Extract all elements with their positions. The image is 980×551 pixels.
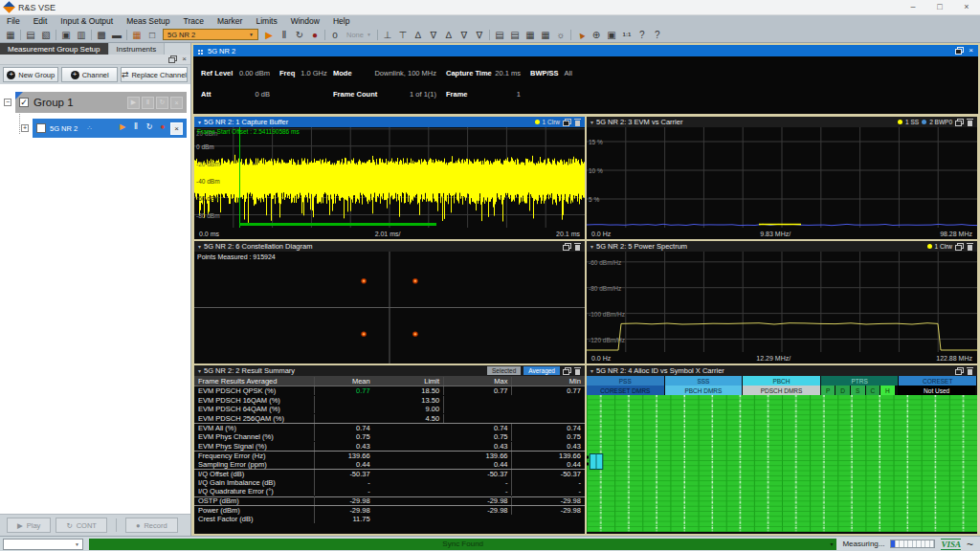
continuous-button[interactable]: ↻ (292, 28, 307, 42)
result-config-icon[interactable]: ▦ (523, 28, 538, 42)
float-panel-icon[interactable] (563, 243, 571, 251)
panel-menu-icon[interactable]: ▾ (590, 119, 593, 125)
constellation-plot-area[interactable]: Points Measured : 915924 (194, 252, 585, 364)
next-peak-icon[interactable]: ∆ (441, 28, 457, 42)
play-button[interactable]: ▶ (261, 28, 277, 42)
expand-channel-icon[interactable]: + (21, 124, 29, 132)
play-button[interactable]: ▶Play (7, 518, 51, 533)
channel-button[interactable]: +Channel (61, 67, 117, 82)
chevron-down-icon[interactable]: ▾ (830, 540, 833, 547)
status-dropdown[interactable]: ▼ (3, 539, 83, 550)
float-panel-icon[interactable] (563, 367, 571, 375)
float-panel-icon[interactable] (955, 243, 964, 251)
menu-item-marker[interactable]: Marker (211, 16, 249, 26)
zoom-selection-icon[interactable]: ⊕ (589, 28, 604, 42)
new-group-button[interactable]: +New Group (3, 67, 58, 82)
menu-item-meas-setup[interactable]: Meas Setup (120, 16, 176, 26)
panel-menu-icon[interactable]: ▾ (198, 243, 201, 250)
panel-alloc_id[interactable]: ▾5G NR 2: 4 Alloc ID vs Symbol X Carrier… (587, 365, 977, 534)
panel-capture_buffer[interactable]: ▾5G NR 2: 1 Capture Buffer1 Clrw20 dBm0 … (194, 117, 585, 239)
menu-item-help[interactable]: Help (326, 16, 356, 26)
channel-selector[interactable]: 5G NR 2▼ (163, 29, 258, 40)
group-continuous-icon[interactable]: ↻ (156, 97, 168, 109)
trace-label[interactable]: 1 Clrw (543, 119, 560, 125)
panel-titlebar-evm_vs_carrier[interactable]: ▾5G NR 2: 3 EVM vs Carrier1 SS2 BWP0 (587, 117, 977, 127)
channel-close-icon[interactable]: × (170, 122, 183, 135)
delete-panel-icon[interactable] (574, 243, 581, 251)
marker-icon[interactable]: ⊥ (380, 28, 395, 42)
marker-to-peak-icon[interactable]: ∆ (411, 28, 426, 42)
panel-evm_vs_carrier[interactable]: ▾5G NR 2: 3 EVM vs Carrier1 SS2 BWP015 %… (587, 117, 977, 239)
marker-table-icon[interactable]: ▤ (492, 28, 507, 42)
group-pause-icon[interactable]: Ⅱ (142, 97, 154, 109)
tab-selected[interactable]: Selected (487, 366, 521, 375)
group-row[interactable]: ✓ Group 1 ▶ Ⅱ ↻ × (15, 92, 187, 113)
panel-menu-icon[interactable]: ▾ (198, 119, 201, 125)
minimize-button[interactable]: – (900, 0, 926, 14)
printer-icon[interactable]: ▩ (94, 28, 109, 42)
panel-titlebar-alloc_id[interactable]: ▾5G NR 2: 4 Alloc ID vs Symbol X Carrier (587, 365, 977, 376)
new-display-icon[interactable]: □ (145, 28, 160, 42)
channel-continuous-icon[interactable]: ↻ (144, 122, 155, 135)
next-min-icon[interactable]: ∇ (457, 28, 472, 42)
trace-config-icon[interactable]: ▦ (538, 28, 553, 42)
channel-pause-icon[interactable]: Ⅱ (130, 122, 142, 135)
channel-row[interactable]: ✓ 5G NR 2 ∴ ▶ Ⅱ ↻ ● × (33, 119, 187, 138)
record-button[interactable]: ●Record (125, 518, 178, 533)
delete-panel-icon[interactable] (967, 367, 973, 375)
panel-menu-icon[interactable]: ▾ (590, 367, 593, 374)
menu-item-input-output[interactable]: Input & Output (54, 16, 120, 26)
save-icon[interactable]: ▤ (23, 28, 38, 42)
tab-averaged[interactable]: Averaged (523, 366, 560, 375)
menu-item-file[interactable]: File (0, 16, 27, 26)
hardcopy-icon[interactable]: ▬ (109, 28, 124, 42)
help-icon[interactable]: ? (650, 28, 665, 42)
evm_vs_carrier-plot-area[interactable]: 15 %10 %5 %0.0 Hz9.83 MHz/98.28 MHz (587, 127, 977, 239)
save-report-icon[interactable]: ▣ (58, 28, 74, 42)
collapse-group-icon[interactable]: − (4, 99, 11, 106)
panel-titlebar-constellation[interactable]: ▾5G NR 2: 6 Constellation Diagram (194, 241, 585, 252)
panel-power_spectrum[interactable]: ▾5G NR 2: 5 Power Spectrum1 Clrw-60 dBm/… (587, 241, 977, 364)
maximize-button[interactable]: □ (926, 0, 953, 14)
panel-titlebar-result_summary[interactable]: ▾5G NR 2: 2 Result SummarySelectedAverag… (194, 365, 585, 376)
cont-button[interactable]: ↻CONT (56, 518, 107, 533)
delete-panel-icon[interactable] (574, 367, 581, 375)
float-panel-icon[interactable] (955, 119, 964, 126)
power_spectrum-plot-area[interactable]: -60 dBm/Hz-80 dBm/Hz-100 dBm/Hz-120 dBm/… (587, 252, 977, 364)
delete-panel-icon[interactable] (967, 119, 973, 126)
print-report-icon[interactable]: ▥ (74, 28, 89, 42)
settings-gear-icon[interactable]: ☼ (553, 28, 568, 42)
tab-instruments[interactable]: Instruments (109, 43, 166, 55)
menu-item-window[interactable]: Window (284, 16, 326, 26)
channel-play-icon[interactable]: ▶ (117, 122, 128, 135)
panel-result_summary[interactable]: ▾5G NR 2: 2 Result SummarySelectedAverag… (194, 365, 585, 534)
channel-window-titlebar[interactable]: 5G NR 2 × (193, 45, 978, 56)
multi-zoom-icon[interactable]: ▣ (604, 28, 619, 42)
trace-label[interactable]: 1 SS (905, 119, 919, 125)
panel-menu-icon[interactable]: ▾ (198, 367, 201, 374)
panel-titlebar-capture_buffer[interactable]: ▾5G NR 2: 1 Capture Buffer1 Clrw (194, 117, 585, 127)
panel-constellation[interactable]: ▾5G NR 2: 6 Constellation DiagramPoints … (194, 241, 585, 364)
pause-button[interactable]: Ⅱ (277, 28, 292, 42)
alloc-grid[interactable] (587, 395, 977, 532)
smartgrid-icon[interactable]: ▦ (129, 28, 145, 42)
panel-menu-icon[interactable]: ▾ (590, 243, 593, 250)
replace-channel-button[interactable]: ⇄Replace Channel (121, 67, 188, 82)
channel-checkbox[interactable]: ✓ (36, 123, 46, 133)
menu-item-trace[interactable]: Trace (177, 16, 211, 26)
tab-measurement-group-setup[interactable]: Measurement Group Setup (0, 43, 109, 55)
close-button[interactable]: × (953, 0, 980, 14)
capture_buffer-plot-area[interactable]: 20 dBm0 dBm-20 dBm-40 dBm-60 dBm-80 dBmF… (194, 127, 585, 239)
menu-item-edit[interactable]: Edit (27, 16, 55, 26)
marker-selector[interactable]: None▼ (343, 29, 375, 40)
all-markers-off-icon[interactable]: ∇ (472, 28, 487, 42)
float-dock-icon[interactable] (168, 55, 177, 63)
delta-marker-icon[interactable]: ⊤ (395, 28, 411, 42)
delete-panel-icon[interactable] (967, 243, 973, 251)
record-button[interactable]: ● (307, 28, 323, 42)
panel-titlebar-power_spectrum[interactable]: ▾5G NR 2: 5 Power Spectrum1 Clrw (587, 241, 977, 252)
peak-list-icon[interactable]: ▤ (507, 28, 523, 42)
io-config-icon[interactable]: o (327, 28, 343, 42)
open-icon[interactable]: ▧ (38, 28, 54, 42)
float-window-icon[interactable] (955, 47, 964, 55)
